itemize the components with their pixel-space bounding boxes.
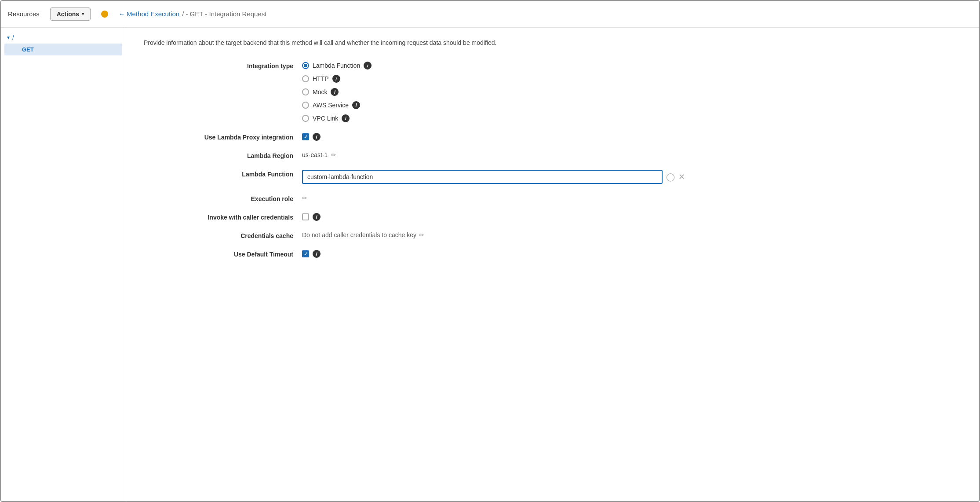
credentials-cache-row: Credentials cache Do not add caller cred… (144, 231, 671, 239)
lambda-proxy-row: Use Lambda Proxy integration ✓ i (144, 133, 671, 141)
back-arrow-icon: ← (119, 11, 125, 18)
radio-http-label: HTTP (313, 75, 329, 82)
vpc-info-icon[interactable]: i (342, 114, 350, 122)
radio-aws-circle[interactable] (302, 102, 309, 109)
default-timeout-checkbox-item: ✓ i (302, 250, 321, 258)
lambda-function-value: ◯ ✕ (302, 170, 685, 184)
sidebar-root-slash: / (12, 34, 14, 41)
actions-label: Actions (57, 11, 79, 18)
integration-type-label: Integration type (144, 62, 302, 70)
credentials-cache-value: Do not add caller credentials to cache k… (302, 231, 424, 238)
actions-caret-icon: ▾ (82, 11, 84, 16)
default-timeout-value: ✓ i (302, 250, 321, 258)
lambda-region-value-container: us-east-1 ✏ (302, 151, 336, 158)
credentials-cache-label: Credentials cache (144, 231, 302, 239)
description-text: Provide information about the target bac… (144, 38, 962, 48)
integration-type-row: Integration type Lambda Function i HTTP (144, 62, 671, 122)
triangle-icon: ▼ (6, 35, 11, 40)
execution-role-row: Execution role ✏ (144, 194, 671, 202)
lambda-proxy-value: ✓ i (302, 133, 321, 141)
radio-mock[interactable]: Mock i (302, 88, 372, 96)
invoke-credentials-value: i (302, 213, 321, 221)
credentials-cache-edit-icon[interactable]: ✏ (419, 231, 424, 238)
execution-role-edit-icon[interactable]: ✏ (302, 194, 307, 202)
main-content: ▼ / GET Provide information about the ta… (1, 28, 979, 501)
integration-type-value: Lambda Function i HTTP i Mock (302, 62, 372, 122)
region-value: us-east-1 ✏ (302, 151, 336, 158)
sidebar: ▼ / GET (1, 28, 126, 501)
default-timeout-check-icon: ✓ (304, 251, 308, 257)
resources-label: Resources (8, 10, 40, 18)
execution-role-value: ✏ (302, 194, 307, 202)
invoke-credentials-info-icon[interactable]: i (313, 213, 321, 221)
radio-http-circle[interactable] (302, 75, 309, 82)
credentials-cache-row-inner: Do not add caller credentials to cache k… (302, 231, 424, 238)
invoke-credentials-label: Invoke with caller credentials (144, 213, 302, 221)
radio-mock-label: Mock (313, 88, 327, 95)
breadcrumb: ← Method Execution / - GET - Integration… (119, 10, 266, 18)
default-timeout-label: Use Default Timeout (144, 250, 302, 258)
lambda-function-row: Lambda Function ◯ ✕ (144, 170, 671, 184)
radio-vpc-circle[interactable] (302, 115, 309, 122)
aws-info-icon[interactable]: i (352, 101, 360, 109)
actions-button[interactable]: Actions ▾ (50, 7, 91, 21)
breadcrumb-separator: / - GET - Integration Request (182, 10, 266, 18)
radio-lambda-label: Lambda Function (313, 62, 360, 69)
method-execution-link[interactable]: ← Method Execution (119, 10, 179, 18)
lambda-input-confirm-button[interactable]: ◯ (666, 172, 675, 182)
lambda-proxy-checkbox[interactable]: ✓ (302, 133, 309, 140)
sidebar-root-item[interactable]: ▼ / (1, 31, 126, 44)
sidebar-item-get[interactable]: GET (4, 44, 122, 55)
sidebar-get-label: GET (22, 46, 34, 53)
integration-radio-group: Lambda Function i HTTP i Mock (302, 62, 372, 122)
http-info-icon[interactable]: i (332, 75, 340, 83)
radio-lambda[interactable]: Lambda Function i (302, 62, 372, 70)
status-dot (101, 11, 108, 18)
default-timeout-checkbox[interactable]: ✓ (302, 250, 309, 257)
radio-aws[interactable]: AWS Service i (302, 101, 372, 109)
execution-role-edit: ✏ (302, 194, 307, 202)
radio-vpc-label: VPC Link (313, 115, 338, 122)
lambda-proxy-checkbox-item: ✓ i (302, 133, 321, 141)
lambda-region-label: Lambda Region (144, 151, 302, 159)
content-area: Provide information about the target bac… (126, 28, 979, 501)
credentials-cache-text: Do not add caller credentials to cache k… (302, 231, 416, 238)
execution-role-label: Execution role (144, 194, 302, 202)
lambda-input-cancel-button[interactable]: ✕ (678, 172, 685, 182)
app-container: Resources Actions ▾ ← Method Execution /… (0, 0, 980, 502)
top-bar: Resources Actions ▾ ← Method Execution /… (1, 1, 979, 27)
default-timeout-row: Use Default Timeout ✓ i (144, 250, 671, 258)
lambda-input-row: ◯ ✕ (302, 170, 685, 184)
radio-vpc[interactable]: VPC Link i (302, 114, 372, 122)
invoke-credentials-row: Invoke with caller credentials i (144, 213, 671, 221)
lambda-proxy-check-icon: ✓ (304, 134, 308, 140)
radio-mock-circle[interactable] (302, 88, 309, 95)
invoke-credentials-checkbox-item: i (302, 213, 321, 221)
radio-lambda-circle[interactable] (302, 62, 309, 69)
region-edit-icon[interactable]: ✏ (331, 151, 336, 158)
mock-info-icon[interactable]: i (331, 88, 339, 96)
lambda-proxy-label: Use Lambda Proxy integration (144, 133, 302, 141)
default-timeout-info-icon[interactable]: i (313, 250, 321, 258)
lambda-proxy-info-icon[interactable]: i (313, 133, 321, 141)
lambda-region-row: Lambda Region us-east-1 ✏ (144, 151, 671, 159)
form-section: Integration type Lambda Function i HTTP (144, 62, 671, 258)
lambda-info-icon[interactable]: i (364, 62, 372, 70)
radio-http[interactable]: HTTP i (302, 75, 372, 83)
lambda-function-label: Lambda Function (144, 170, 302, 178)
lambda-function-input[interactable] (302, 170, 663, 184)
radio-aws-label: AWS Service (313, 102, 349, 109)
invoke-credentials-checkbox[interactable] (302, 213, 309, 220)
breadcrumb-link-text: Method Execution (127, 10, 179, 18)
region-text: us-east-1 (302, 151, 328, 158)
